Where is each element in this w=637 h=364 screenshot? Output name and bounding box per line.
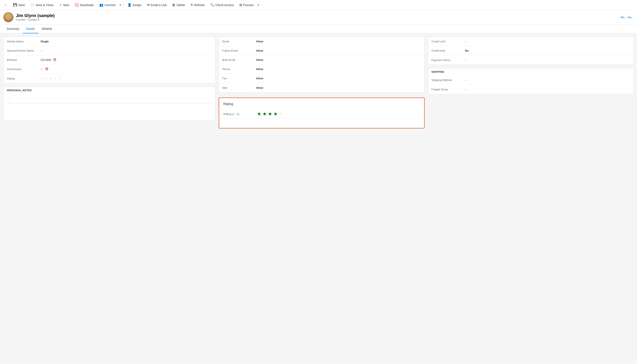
email-value[interactable]: Allow: [256, 40, 421, 43]
mail-value[interactable]: Allow: [256, 86, 421, 89]
check-access-button[interactable]: 🔍 Check Access: [208, 2, 236, 8]
phone-value[interactable]: Allow: [256, 68, 421, 71]
credit-hold-value[interactable]: No: [465, 49, 630, 52]
email-link-icon: ✉: [147, 3, 150, 7]
personal-notes-row: ---: [4, 94, 215, 103]
connect-button[interactable]: 👥 Connect: [97, 2, 118, 8]
star-5[interactable]: ☆: [57, 76, 61, 81]
star-2[interactable]: ☆: [45, 76, 48, 81]
popup-star-5[interactable]: ☆: [279, 111, 283, 117]
shipping-method-value[interactable]: ---: [465, 78, 630, 82]
bulk-email-row: Bulk Email Allow: [219, 56, 424, 64]
credit-limit-value[interactable]: ---: [465, 40, 630, 43]
anniversary-calendar-icon[interactable]: 📅: [45, 68, 49, 71]
header-right: Ma... Ow...: [621, 16, 634, 19]
bulk-email-label: Bulk Email: [222, 58, 256, 62]
spouse-value[interactable]: ---: [41, 49, 212, 52]
popup-star-2[interactable]: ★: [262, 111, 267, 117]
breadcrumb-category[interactable]: Contact: [28, 18, 37, 21]
breadcrumb-type[interactable]: Contact: [16, 18, 26, 21]
rating-popup-stars[interactable]: ★ ★ ★ ★ ☆: [257, 111, 283, 117]
star-4[interactable]: ☆: [53, 76, 57, 81]
mail-row: Mail Allow: [219, 83, 424, 92]
toolbar: ← 💾 Save 📄 Save & Close ＋ New 🚫 Deactiva…: [0, 0, 637, 10]
save-close-icon: 📄: [31, 3, 35, 7]
save-button[interactable]: 💾 Save: [11, 2, 28, 8]
deactivate-icon: 🚫: [75, 3, 79, 7]
toolbar-divider: [123, 2, 124, 8]
process-dropdown-button[interactable]: ▾: [257, 2, 260, 8]
bulk-email-value[interactable]: Allow: [256, 58, 421, 62]
record-info: Jim Glynn (sample) Contact · Contact ▾: [16, 13, 55, 21]
personal-notes-value[interactable]: ---: [7, 97, 212, 100]
spouse-label: Spouse/Partner Name: [7, 49, 41, 52]
new-icon: ＋: [59, 3, 62, 7]
star-3[interactable]: ☆: [49, 76, 52, 81]
main-content: Marital Status Single Spouse/Partner Nam…: [0, 33, 637, 364]
rating-popup-label: Rating (1 - 5): [223, 112, 257, 116]
shipping-method-row: Shipping Method ---: [428, 76, 633, 85]
refresh-button[interactable]: ↻ Refresh: [188, 2, 207, 8]
assign-button[interactable]: 👤 Assign: [125, 2, 144, 8]
record-title: Jim Glynn (sample): [16, 13, 55, 18]
record-subtitle: Contact · Contact ▾: [16, 18, 55, 21]
shipping-fields: Shipping Method --- Freight Terms ---: [428, 76, 633, 94]
contact-preferences-fields: Email Allow Follow Email Allow Bulk Emai…: [219, 37, 424, 92]
popup-star-1[interactable]: ★: [257, 111, 262, 117]
rating-stars-display[interactable]: ☆ ☆ ☆ ☆ ☆: [41, 76, 212, 81]
fax-value[interactable]: Allow: [256, 77, 421, 80]
popup-footer-space: [223, 119, 420, 124]
connect-dropdown-button[interactable]: ▾: [118, 2, 122, 8]
refresh-icon: ↻: [191, 3, 193, 7]
save-icon: 💾: [13, 3, 17, 7]
right-column: Credit Limit --- Credit Hold No Payment …: [428, 37, 634, 360]
star-rating[interactable]: ☆ ☆ ☆ ☆ ☆: [41, 76, 61, 81]
email-label: Email: [222, 40, 256, 43]
delete-button[interactable]: 🗑 Delete: [170, 2, 187, 8]
anniversary-label: Anniversary: [7, 68, 41, 71]
shipping-title: SHIPPING: [428, 68, 633, 76]
back-button[interactable]: ←: [2, 2, 10, 8]
email-link-button[interactable]: ✉ Email a Link: [144, 2, 169, 8]
process-button[interactable]: ⊞ Process: [237, 2, 256, 8]
record-header: Jim Glynn (sample) Contact · Contact ▾ M…: [0, 10, 637, 24]
breadcrumb-dropdown-icon[interactable]: ▾: [38, 18, 40, 21]
follow-email-value[interactable]: Allow: [256, 49, 421, 52]
payment-terms-label: Payment Terms: [431, 58, 465, 62]
marital-status-label: Marital Status: [7, 40, 41, 43]
contact-preferences-card: Email Allow Follow Email Allow Bulk Emai…: [219, 37, 424, 92]
spouse-row: Spouse/Partner Name ---: [4, 46, 215, 56]
back-icon: ←: [4, 3, 8, 7]
marital-status-value[interactable]: Single: [41, 40, 212, 43]
tab-summary[interactable]: Summary: [3, 24, 23, 33]
new-button[interactable]: ＋ New: [57, 2, 72, 8]
popup-star-4[interactable]: ★: [273, 111, 278, 117]
anniversary-value[interactable]: --- 📅: [41, 68, 212, 71]
avatar: [3, 12, 14, 22]
tab-details[interactable]: Details: [23, 24, 39, 33]
payment-terms-row: Payment Terms ---: [428, 56, 633, 64]
freight-terms-value[interactable]: ---: [465, 88, 630, 91]
personal-notes-title: PERSONAL NOTES: [4, 87, 215, 94]
birthday-calendar-icon[interactable]: 📅: [53, 58, 57, 62]
connect-icon: 👥: [99, 3, 104, 7]
follow-email-label: Follow Email: [222, 49, 256, 52]
assign-icon: 👤: [127, 3, 132, 7]
star-1[interactable]: ☆: [41, 76, 44, 81]
birthday-value[interactable]: 3/2/1959 📅: [41, 58, 212, 62]
popup-star-3[interactable]: ★: [268, 111, 272, 117]
rating-popup-title: Rating: [223, 102, 420, 106]
mail-label: Mail: [222, 86, 256, 89]
delete-icon: 🗑: [172, 3, 176, 7]
fax-label: Fax: [222, 77, 256, 80]
marital-status-row: Marital Status Single: [4, 37, 215, 46]
personal-notes-extra-space: [7, 103, 212, 120]
payment-terms-value[interactable]: ---: [465, 58, 630, 62]
deactivate-button[interactable]: 🚫 Deactivate: [72, 2, 96, 8]
rating-popup: Rating Rating (1 - 5) ★ ★ ★ ★ ☆: [219, 98, 424, 128]
phone-row: Phone Allow: [219, 64, 424, 74]
rating-label: Rating: [7, 77, 41, 80]
save-close-button[interactable]: 📄 Save & Close: [28, 2, 56, 8]
tab-related[interactable]: Related: [39, 24, 55, 33]
email-row: Email Allow: [219, 37, 424, 46]
